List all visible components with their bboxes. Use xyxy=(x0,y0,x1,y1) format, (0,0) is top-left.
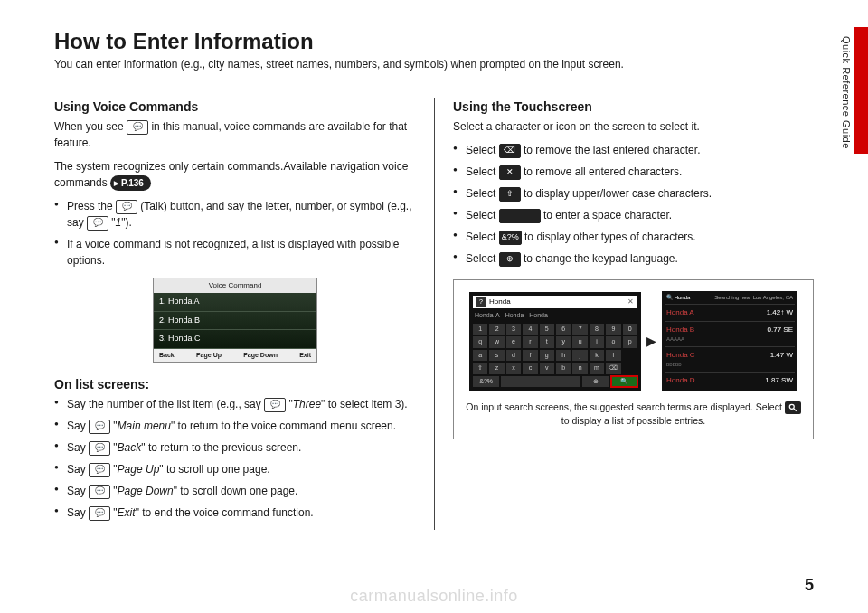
list-bullet: Say 💬 "Page Up" to scroll up one page. xyxy=(54,461,416,477)
kb-key: w xyxy=(489,336,504,348)
voice-bullet-1: Press the 💬 (Talk) button, and say the l… xyxy=(54,198,416,231)
kb-key: 3 xyxy=(506,324,521,335)
kb-key: x xyxy=(506,363,521,374)
kb-key: q xyxy=(473,336,487,348)
talk-icon: 💬 xyxy=(264,398,286,412)
touch-bullet: Select ✕ to remove all entered character… xyxy=(453,164,814,180)
touch-bullet: Select ⊕ to change the keypad language. xyxy=(453,250,814,267)
kb-key: b xyxy=(556,363,571,374)
results-screenshot: 🔍 Honda Searching near Los Angeles, CA H… xyxy=(662,291,797,391)
right-column: Using the Touchscreen Select a character… xyxy=(434,98,814,530)
vc-foot-exit: Exit xyxy=(299,351,311,361)
kb-space-key xyxy=(501,376,580,388)
page-number: 5 xyxy=(805,576,814,595)
kb-key: y xyxy=(556,336,571,348)
kb-key: 8 xyxy=(590,324,604,335)
kb-key: c xyxy=(523,363,537,374)
touch-heading: Using the Touchscreen xyxy=(453,98,814,117)
list-bullet: Say 💬 "Main menu" to return to the voice… xyxy=(54,418,416,434)
kb-globe-key: ⊕ xyxy=(582,376,609,388)
kb-key: v xyxy=(540,363,554,374)
talk-icon: 💬 xyxy=(89,485,110,499)
keyboard-screenshot: ? Honda ✕ Honda-A Honda Honda 1234567890… xyxy=(469,292,641,391)
kb-key: k xyxy=(590,350,604,362)
kb-key: f xyxy=(523,350,537,362)
result-row: Honda BAAAAA0.77 SE xyxy=(665,321,795,346)
kb-key: t xyxy=(540,336,554,348)
page-intro: You can enter information (e.g., city na… xyxy=(54,58,814,71)
res-location: Searching near Los Angeles, CA xyxy=(714,294,793,302)
voice-command-screenshot: Voice Command 1. Honda A 2. Honda B 3. H… xyxy=(153,278,317,363)
kb-search-key: 🔍 xyxy=(611,376,637,388)
list-bullet: Say the number of the list item (e.g., s… xyxy=(54,396,416,412)
vc-foot-back: Back xyxy=(159,351,175,361)
touch-bullet: Select to enter a space character. xyxy=(453,207,814,223)
result-row: Honda A1.42↑ W xyxy=(665,304,795,321)
globe-icon: ⊕ xyxy=(499,252,521,267)
kb-key: 2 xyxy=(489,324,504,335)
search-icon xyxy=(785,401,801,414)
voice-bullet-2: If a voice command is not recognized, a … xyxy=(54,236,416,269)
vc-foot-pgdn: Page Down xyxy=(243,351,278,361)
clear-icon: ✕ xyxy=(499,165,521,180)
kb-key: n xyxy=(572,363,587,374)
kb-key: 0 xyxy=(623,324,637,335)
touchscreen-caption: On input search screens, the suggested s… xyxy=(465,401,802,428)
touchscreen-example-box: ? Honda ✕ Honda-A Honda Honda 1234567890… xyxy=(453,279,814,439)
left-column: Using Voice Commands When you see 💬 in t… xyxy=(54,98,434,530)
voice-p1: When you see 💬 in this manual, voice com… xyxy=(54,118,416,151)
talk-icon: 💬 xyxy=(89,420,110,434)
kb-key: i xyxy=(590,336,604,348)
kb-sym-key: &?% xyxy=(473,376,499,388)
talk-icon: 💬 xyxy=(116,200,137,214)
result-row: Honda D1.87 SW xyxy=(665,372,795,389)
touch-bullet: Select &?% to display other types of cha… xyxy=(453,229,814,245)
kb-key: d xyxy=(506,350,521,362)
list-bullet: Say 💬 "Back" to return to the previous s… xyxy=(54,439,416,456)
voice-heading: Using Voice Commands xyxy=(54,98,416,117)
kb-key: e xyxy=(506,336,521,348)
kb-input-value: Honda xyxy=(489,297,511,307)
touch-intro: Select a character or icon on the screen… xyxy=(453,118,814,135)
res-query: Honda xyxy=(675,295,691,300)
kb-key: 7 xyxy=(572,324,587,335)
kb-key: a xyxy=(473,350,487,362)
touch-bullet: Select ⇧ to display upper/lower case cha… xyxy=(453,185,814,202)
page-ref-link[interactable]: P.136 xyxy=(110,175,151,191)
kb-key: j xyxy=(572,350,587,362)
talk-icon: 💬 xyxy=(87,216,108,231)
help-icon: ? xyxy=(476,297,486,306)
clear-input-icon: ✕ xyxy=(627,297,634,307)
kb-key: r xyxy=(523,336,537,348)
vc-item: 3. Honda C xyxy=(154,330,316,349)
kb-key: 9 xyxy=(606,324,620,335)
kb-key: s xyxy=(489,350,504,362)
talk-icon: 💬 xyxy=(89,463,110,477)
kb-key: 1 xyxy=(473,324,487,335)
talk-icon: 💬 xyxy=(89,506,110,521)
kb-key: ⇧ xyxy=(473,363,487,374)
kb-key: o xyxy=(606,336,620,348)
arrow-icon: ▶ xyxy=(646,332,656,351)
kb-key: z xyxy=(489,363,504,374)
talk-icon: 💬 xyxy=(89,441,110,456)
page-title: How to Enter Information xyxy=(54,29,814,54)
vc-shot-title: Voice Command xyxy=(154,278,316,293)
kb-key: p xyxy=(623,336,637,348)
side-tab-label: Quick Reference Guide xyxy=(841,36,852,149)
vc-item: 2. Honda B xyxy=(154,312,316,331)
kb-suggestion: Honda xyxy=(529,311,548,321)
kb-key: g xyxy=(540,350,554,362)
vc-foot-pgup: Page Up xyxy=(196,351,222,361)
kb-key: h xyxy=(556,350,571,362)
space-icon xyxy=(499,209,541,223)
kb-key: m xyxy=(590,363,604,374)
result-row: Honda Cbbbbb1.47 W xyxy=(665,346,795,372)
vc-item: 1. Honda A xyxy=(154,293,316,312)
kb-key: ⌫ xyxy=(606,363,620,374)
list-bullet: Say 💬 "Exit" to end the voice command fu… xyxy=(54,505,416,521)
svg-line-1 xyxy=(793,409,796,411)
kb-key: l xyxy=(606,350,620,362)
backspace-icon: ⌫ xyxy=(499,144,521,158)
list-heading: On list screens: xyxy=(54,375,416,394)
